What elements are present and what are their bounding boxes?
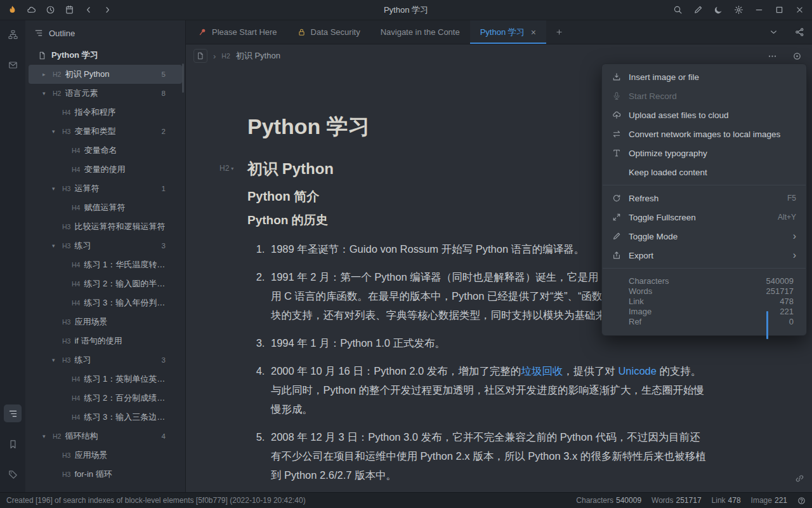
heading-level-tag: H3 bbox=[62, 471, 70, 478]
outline-item-count: 1 bbox=[162, 185, 182, 192]
outline-item[interactable]: H3if 语句的使用 bbox=[29, 331, 182, 351]
status-stat-words: Words251717 bbox=[652, 496, 702, 505]
outline-item[interactable]: H4练习 3：输入年份判… bbox=[29, 293, 182, 312]
outline-item[interactable]: H3应用场景 bbox=[29, 446, 182, 465]
mail-icon[interactable] bbox=[4, 56, 22, 74]
link-anchor-icon[interactable] bbox=[795, 474, 804, 483]
share-graph-icon[interactable] bbox=[795, 27, 804, 37]
tab-navigate-in-the-conte[interactable]: Navigate in the Conte bbox=[370, 20, 470, 44]
chevron-down-icon[interactable]: ▾ bbox=[52, 185, 62, 192]
nav-back-icon[interactable] bbox=[84, 5, 93, 15]
status-stat-label: Words bbox=[652, 496, 673, 505]
tab-list-chevron-icon[interactable] bbox=[769, 27, 778, 37]
outline-item[interactable]: H4练习 2：百分制成绩… bbox=[29, 389, 182, 408]
fullscreen-icon bbox=[612, 213, 622, 222]
settings-gear-icon[interactable] bbox=[734, 5, 743, 15]
scroll-indicator[interactable] bbox=[766, 311, 768, 339]
sidebar-title: Outline bbox=[49, 29, 75, 38]
outline-item[interactable]: H3for-in 循环 bbox=[29, 465, 182, 484]
sitemap-icon[interactable] bbox=[4, 25, 22, 43]
tab-python-学习[interactable]: Python 学习× bbox=[470, 20, 546, 44]
outline-item[interactable]: H4练习 2：输入圆的半… bbox=[29, 274, 182, 293]
menu-item-keep-loaded-content[interactable]: Keep loaded content bbox=[602, 163, 806, 182]
history-icon[interactable] bbox=[46, 5, 55, 15]
menu-item-convert-network-images-to-local-images[interactable]: Convert network images to local images bbox=[602, 124, 806, 144]
search-icon[interactable] bbox=[673, 5, 683, 15]
tab-please-start-here[interactable]: Please Start Here bbox=[188, 20, 287, 44]
outline-item[interactable]: ▾H3变量和类型2 bbox=[29, 122, 182, 141]
outline-item[interactable]: H4练习 1：英制单位英… bbox=[29, 370, 182, 389]
menu-item-export[interactable]: Export› bbox=[602, 246, 806, 265]
nav-forward-icon[interactable] bbox=[103, 5, 112, 15]
inline-link[interactable]: 垃圾回收 bbox=[521, 365, 563, 377]
titlebar: Python 学习 bbox=[0, 0, 812, 20]
stat-value: 221 bbox=[780, 307, 794, 317]
chevron-down-icon[interactable]: ▾ bbox=[52, 128, 62, 135]
list-item[interactable]: 2008 年 12 月 3 日：Python 3.0 发布，它并不完全兼容之前的… bbox=[268, 427, 707, 485]
outline-item[interactable]: H4练习 3：输入三条边… bbox=[29, 408, 182, 427]
outline-item[interactable]: H4指令和程序 bbox=[29, 103, 182, 122]
dark-mode-moon-icon[interactable] bbox=[714, 5, 723, 15]
outline-item[interactable]: H4变量命名 bbox=[29, 141, 182, 160]
list-item[interactable]: 1994 年 1 月：Python 1.0 正式发布。 bbox=[268, 333, 707, 352]
outline-item[interactable]: H3应用场景 bbox=[29, 312, 182, 331]
outline-item[interactable]: ▸H2初识 Python5 bbox=[29, 65, 182, 84]
menu-item-label: Export bbox=[629, 251, 653, 260]
outline-item[interactable]: ▾H2循环结构4 bbox=[29, 427, 182, 446]
inline-link[interactable]: Unicode bbox=[618, 365, 657, 377]
menu-item-insert-image-or-file[interactable]: Insert image or file bbox=[602, 67, 806, 86]
status-stat-image: Image221 bbox=[751, 496, 787, 505]
menu-item-toggle-mode[interactable]: Toggle Mode› bbox=[602, 227, 806, 246]
heading-level-tag: H4 bbox=[72, 375, 80, 383]
outline-toggle-icon[interactable] bbox=[4, 404, 22, 422]
outline-item[interactable]: ▾H3练习3 bbox=[29, 351, 182, 370]
outline-doc-item[interactable]: Python 学习 bbox=[29, 46, 182, 65]
tag-icon[interactable] bbox=[4, 465, 22, 483]
chevron-down-icon[interactable]: ▾ bbox=[43, 90, 53, 97]
stat-label: Link bbox=[629, 297, 644, 307]
new-tab-button[interactable] bbox=[546, 20, 572, 44]
window-close-icon[interactable] bbox=[795, 5, 804, 15]
help-icon[interactable] bbox=[797, 497, 806, 505]
status-message: Created [196] of search indexes of block… bbox=[6, 496, 306, 505]
document-icon[interactable] bbox=[193, 49, 207, 63]
chevron-right-icon[interactable]: ▸ bbox=[43, 71, 53, 77]
outline-item[interactable]: H3比较运算符和逻辑运算符 bbox=[29, 217, 182, 236]
outline-item[interactable]: H4练习 1：华氏温度转… bbox=[29, 255, 182, 274]
edit-pencil-icon[interactable] bbox=[693, 5, 703, 15]
heading-level-tag: H3 bbox=[62, 337, 70, 345]
outline-item[interactable]: H4变量的使用 bbox=[29, 160, 182, 179]
sidebar-scrollbar[interactable] bbox=[182, 64, 184, 93]
menu-item-refresh[interactable]: RefreshF5 bbox=[602, 189, 806, 208]
chevron-down-icon[interactable]: ▾ bbox=[43, 433, 53, 439]
text-segment: 1994 年 1 月：Python 1.0 正式发布。 bbox=[271, 337, 445, 349]
pencil-icon bbox=[612, 232, 622, 241]
outline-item-label: 练习 1：英制单位英… bbox=[84, 373, 165, 385]
app-logo-icon[interactable] bbox=[8, 5, 17, 15]
outline-item[interactable]: ▾H2语言元素8 bbox=[29, 84, 182, 103]
tab-data-security[interactable]: Data Security bbox=[287, 20, 370, 44]
window-minimize-icon[interactable] bbox=[754, 5, 764, 15]
list-item[interactable]: 2000 年 10 月 16 日：Python 2.0 发布，增加了完整的垃圾回… bbox=[268, 361, 707, 418]
bookmark-icon[interactable] bbox=[4, 435, 22, 453]
journal-icon[interactable] bbox=[65, 5, 74, 15]
heading-gutter[interactable]: H2 ▾ bbox=[219, 164, 233, 173]
more-options-icon[interactable] bbox=[768, 51, 777, 61]
breadcrumb-heading-label[interactable]: 初识 Python bbox=[236, 50, 280, 62]
chevron-down-icon[interactable]: ▾ bbox=[52, 243, 62, 249]
pin-icon bbox=[199, 28, 207, 36]
cloud-sync-icon[interactable] bbox=[27, 5, 36, 15]
outline-item[interactable]: ▾H3运算符1 bbox=[29, 179, 182, 198]
window-maximize-icon[interactable] bbox=[775, 5, 784, 15]
collapse-caret-icon[interactable]: ▾ bbox=[231, 166, 233, 171]
outline-icon bbox=[34, 29, 43, 37]
menu-item-upload-asset-files-to-cloud[interactable]: Upload asset files to cloud bbox=[602, 105, 806, 124]
menu-item-toggle-fullscreen[interactable]: Toggle FullscreenAlt+Y bbox=[602, 208, 806, 227]
chevron-down-icon[interactable]: ▾ bbox=[52, 357, 62, 363]
outline-item[interactable]: H4赋值运算符 bbox=[29, 198, 182, 217]
tab-close-icon[interactable]: × bbox=[531, 27, 536, 37]
outline-item[interactable]: ▾H3练习3 bbox=[29, 236, 182, 255]
typography-icon bbox=[612, 149, 622, 157]
menu-item-optimize-typography[interactable]: Optimize typography bbox=[602, 144, 806, 163]
record-indicator-icon[interactable] bbox=[792, 51, 802, 61]
